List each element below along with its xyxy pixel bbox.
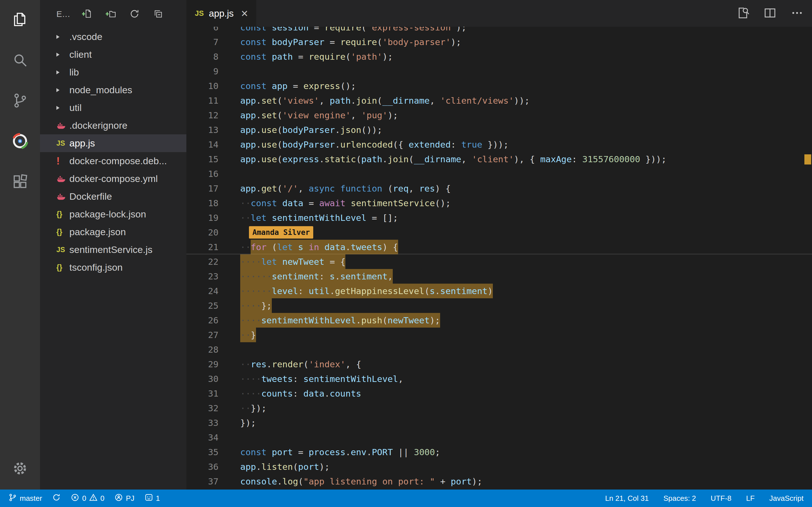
source-control-activity-button[interactable] [0, 84, 40, 118]
tree-item-lib[interactable]: lib [40, 63, 186, 81]
code-line-22[interactable]: 22····let newTweet = { [186, 255, 812, 269]
line-content: ··res.render('index', { [240, 357, 361, 372]
code-line-9[interactable]: 9 [186, 64, 812, 78]
split-editor-button[interactable] [763, 6, 776, 20]
collapse-folders-button[interactable] [153, 8, 164, 20]
code-line-14[interactable]: 14app.use(bodyParser.urlencoded({ extend… [186, 137, 812, 152]
code-line-12[interactable]: 12app.set('view engine', 'pug'); [186, 108, 812, 122]
code-line-10[interactable]: 10const app = express(); [186, 78, 812, 93]
line-content: const bodyParser = require('body-parser'… [240, 35, 461, 49]
tree-item-docker-compose-deb[interactable]: !docker-compose.deb... [40, 152, 186, 170]
tree-item-sentimentservice-js[interactable]: JSsentimentService.js [40, 241, 186, 259]
file-name: docker-compose.yml [69, 173, 158, 184]
tree-item-package-lock-json[interactable]: {}package-lock.json [40, 205, 186, 223]
search-editor-button[interactable] [737, 6, 749, 20]
line-number: 19 [186, 210, 218, 225]
tab-app-js[interactable]: JS app.js × [186, 0, 256, 27]
line-number: 16 [186, 166, 218, 181]
tab-label: app.js [209, 8, 234, 19]
settings-button[interactable] [0, 452, 40, 486]
live-share-session-icon [114, 493, 123, 504]
live-share-status[interactable]: PJ [114, 493, 134, 504]
code-line-16[interactable]: 16 [186, 166, 812, 181]
tree-item-dockerignore[interactable]: .dockerignore [40, 117, 186, 134]
code-line-25[interactable]: 25····}; [186, 298, 812, 313]
line-number: 6 [186, 27, 218, 35]
tree-item-docker-compose-yml[interactable]: docker-compose.yml [40, 170, 186, 187]
warning-icon [89, 493, 98, 504]
line-number: 36 [186, 459, 218, 474]
code-line-19[interactable]: 19··let sentimentWithLevel = []; [186, 210, 812, 225]
code-line-23[interactable]: 23······sentiment: s.sentiment, [186, 269, 812, 284]
code-line-20[interactable]: 20Amanda Silver [186, 225, 812, 240]
tree-item-tsconfig-json[interactable]: {}tsconfig.json [40, 259, 186, 276]
code-line-33[interactable]: 33}); [186, 415, 812, 430]
language-mode-status[interactable]: JavaScript [769, 494, 804, 503]
code-line-7[interactable]: 7const bodyParser = require('body-parser… [186, 35, 812, 49]
code-line-6[interactable]: 6const session = require('express-sessio… [186, 27, 812, 35]
more-actions-button[interactable] [791, 6, 804, 20]
problems-status[interactable]: 0 0 [71, 493, 104, 504]
line-content: ··for (let s in data.tweets) { [240, 240, 398, 255]
code-line-8[interactable]: 8const path = require('path'); [186, 49, 812, 64]
new-file-button[interactable] [82, 8, 93, 20]
file-tree: .vscodeclientlibnode_modulesutil.dockeri… [40, 28, 186, 276]
new-folder-button[interactable] [105, 8, 116, 20]
code-lines: 6const session = require('express-sessio… [186, 27, 812, 489]
extensions-activity-button[interactable] [0, 166, 40, 199]
code-line-15[interactable]: 15app.use(express.static(path.join(__dir… [186, 152, 812, 166]
code-line-29[interactable]: 29··res.render('index', { [186, 357, 812, 372]
line-content: ······level: util.getHappinessLevel(s.se… [240, 284, 493, 298]
line-number: 26 [186, 313, 218, 328]
cursor-position-status[interactable]: Ln 21, Col 31 [605, 494, 649, 503]
code-line-26[interactable]: 26····sentimentWithLevel.push(newTweet); [186, 313, 812, 328]
tree-item-vscode[interactable]: .vscode [40, 28, 186, 46]
tree-item-util[interactable]: util [40, 99, 186, 117]
tree-item-node-modules[interactable]: node_modules [40, 81, 186, 99]
code-line-36[interactable]: 36app.listen(port); [186, 459, 812, 474]
branch-name: master [20, 494, 42, 503]
explorer-activity-button[interactable] [0, 3, 40, 37]
participants-status[interactable]: 1 [145, 493, 160, 504]
line-content: ··} [240, 328, 256, 342]
line-number: 33 [186, 415, 218, 430]
more-actions-icon [791, 15, 804, 20]
line-number: 22 [186, 255, 218, 269]
tree-item-package-json[interactable]: {}package.json [40, 223, 186, 241]
refresh-explorer-button[interactable] [129, 8, 140, 20]
eol-status[interactable]: LF [746, 494, 755, 503]
line-content: app.get('/', async function (req, res) { [240, 181, 451, 196]
code-line-28[interactable]: 28 [186, 342, 812, 357]
search-activity-button[interactable] [0, 44, 40, 77]
code-line-34[interactable]: 34 [186, 430, 812, 445]
code-line-31[interactable]: 31····counts: data.counts [186, 386, 812, 401]
code-line-13[interactable]: 13app.use(bodyParser.json()); [186, 122, 812, 137]
indentation-status[interactable]: Spaces: 2 [663, 494, 696, 503]
code-line-24[interactable]: 24······level: util.getHappinessLevel(s.… [186, 284, 812, 298]
code-line-27[interactable]: 27··} [186, 328, 812, 342]
tree-item-dockerfile[interactable]: Dockerfile [40, 187, 186, 205]
refresh-icon [129, 15, 140, 20]
git-branch-status[interactable]: master [8, 493, 42, 504]
code-editor[interactable]: 6const session = require('express-sessio… [186, 27, 812, 490]
close-tab-icon[interactable]: × [241, 8, 248, 19]
git-branch-icon [12, 93, 28, 110]
code-line-32[interactable]: 32··}); [186, 401, 812, 415]
tree-item-client[interactable]: client [40, 46, 186, 63]
encoding-status[interactable]: UTF-8 [711, 494, 732, 503]
live-share-activity-button[interactable] [0, 125, 40, 158]
code-line-30[interactable]: 30····tweets: sentimentWithLevel, [186, 372, 812, 386]
editor-region: JS app.js × 6const session = require('ex… [186, 0, 812, 490]
code-line-11[interactable]: 11app.set('views', path.join(__dirname, … [186, 93, 812, 108]
line-number: 14 [186, 137, 218, 152]
code-line-21[interactable]: 21··for (let s in data.tweets) { [186, 240, 812, 255]
tree-item-app-js[interactable]: JSapp.js [40, 134, 186, 152]
code-line-35[interactable]: 35const port = process.env.PORT || 3000; [186, 445, 812, 459]
sync-status[interactable] [52, 493, 61, 504]
explorer-header: E... [40, 0, 186, 28]
code-line-17[interactable]: 17app.get('/', async function (req, res)… [186, 181, 812, 196]
code-line-18[interactable]: 18··const data = await sentimentService(… [186, 196, 812, 210]
line-number: 12 [186, 108, 218, 122]
file-name: tsconfig.json [69, 262, 123, 273]
code-line-37[interactable]: 37console.log("app listening on port: " … [186, 474, 812, 489]
